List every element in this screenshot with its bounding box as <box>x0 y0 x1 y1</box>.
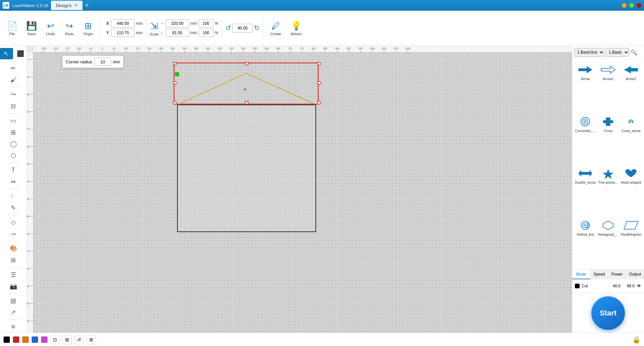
save-button[interactable]: 💾 Save <box>23 19 40 38</box>
color-purple[interactable] <box>41 336 48 343</box>
color-orange[interactable] <box>22 336 29 343</box>
title-bar: LM LaserMaker 2.0.16 Design1 ✕ + <box>0 0 644 11</box>
width-pct-input[interactable] <box>199 19 214 27</box>
tab-output[interactable]: Output <box>626 270 644 279</box>
minimize-button[interactable] <box>622 3 627 8</box>
design-canvas[interactable]: ✕ <box>34 53 572 346</box>
search-icon[interactable]: 🔍 <box>631 49 637 56</box>
shape-heart[interactable]: Heart-shaped <box>620 165 642 216</box>
edit-tool[interactable]: ✎ <box>7 202 20 213</box>
dropper-tool[interactable]: ⊸ <box>7 228 20 239</box>
green-handle[interactable] <box>175 72 179 76</box>
shape-arrow[interactable]: Arrow <box>574 61 596 112</box>
file-button[interactable]: 📄 File <box>3 19 21 38</box>
shape-arrow1[interactable]: Arrow1 <box>597 61 619 112</box>
redo-button[interactable]: ↪ Redo <box>61 19 78 38</box>
svg-text:822: 822 <box>312 47 316 50</box>
advice-button[interactable]: 💡 Advice <box>287 19 305 38</box>
layers-panel[interactable]: ▤ <box>7 295 20 306</box>
grid-tool[interactable]: ⊞ <box>7 127 20 138</box>
align-tool[interactable]: ⊟ <box>7 101 20 112</box>
shape-helical-label: Helical_line <box>577 233 594 236</box>
shape-cross-arrow[interactable]: ⇔ ⇕ Cross_arrow <box>620 113 642 164</box>
curve-tool[interactable]: 〜 <box>7 89 20 100</box>
add-tab-button[interactable]: + <box>83 2 91 9</box>
camera-tool[interactable]: 📷 <box>7 281 20 292</box>
shape-lib-dropdown-2[interactable]: 1.Basic <box>606 48 629 57</box>
stack-tool[interactable]: ☰ <box>7 269 20 280</box>
corner-radius-input[interactable] <box>94 58 111 66</box>
color-blue[interactable] <box>32 336 38 343</box>
x-input[interactable] <box>111 19 135 27</box>
lt-sep-4 <box>7 163 19 163</box>
scale-button[interactable]: ⇲ Scale <box>150 20 159 36</box>
color-tool[interactable]: 🎨 <box>7 243 20 254</box>
svg-text:130: 130 <box>124 47 128 50</box>
height-input[interactable] <box>166 29 189 37</box>
tab-speed[interactable]: Speed <box>590 270 608 279</box>
fill-tool[interactable]: ◇ <box>7 217 20 228</box>
brush-tool[interactable]: 🖌 <box>7 74 20 85</box>
lock-bottom-icon[interactable]: 🔒 <box>632 336 641 344</box>
transform-button[interactable]: ⊞ <box>62 335 72 344</box>
shape-cross[interactable]: Cross <box>597 113 619 164</box>
cross-arrow-preview: ⇔ ⇕ <box>623 115 639 128</box>
rotate-cw-icon[interactable]: ↻ <box>254 24 260 33</box>
mirror-tool[interactable]: ⇔ <box>7 176 20 187</box>
tab-power[interactable]: Power <box>608 270 626 279</box>
handle-bl[interactable] <box>173 101 176 104</box>
rotation-input[interactable] <box>232 24 253 33</box>
shape-hexagonal[interactable]: Hexagonal_... <box>597 217 619 268</box>
grid-button[interactable]: ⊞ <box>87 335 96 344</box>
shape-double-arrow[interactable]: Double_arrow <box>574 165 596 216</box>
snap-tool[interactable]: ↗ <box>7 307 20 318</box>
select-tool[interactable]: ↖ <box>0 48 13 59</box>
ellipse-tool[interactable]: ◯ <box>7 138 20 150</box>
height-pct-input[interactable] <box>199 29 214 37</box>
group-select-button[interactable]: ⊡ <box>50 335 60 344</box>
start-button[interactable]: Start <box>591 296 625 330</box>
color-black[interactable] <box>3 336 10 343</box>
layer-row: Cut 40.0 99.0 👁 <box>575 282 641 290</box>
handle-tc[interactable] <box>246 62 248 65</box>
canvas-content[interactable]: Corner radius mm <box>34 53 572 346</box>
handle-tr[interactable] <box>318 62 320 65</box>
tab-design1[interactable]: Design1 ✕ <box>51 1 83 10</box>
shape-parallelogram[interactable]: Parallelogram <box>620 217 642 268</box>
polygon-tool[interactable]: ⬡ <box>7 150 20 161</box>
bezier-tool[interactable]: 〉 <box>7 191 20 202</box>
text-tool[interactable]: T <box>7 165 20 176</box>
selection-rect[interactable] <box>174 63 318 104</box>
shape-five-pointed[interactable]: Five-pointe... <box>597 165 619 216</box>
handle-mr[interactable] <box>318 81 320 84</box>
refresh-button[interactable]: ↺ <box>74 335 84 344</box>
tab-mode[interactable]: Mode <box>572 270 590 279</box>
layer-visibility-icon[interactable]: 👁 <box>637 283 641 289</box>
undo-button[interactable]: ↩ Undo <box>42 19 59 38</box>
shape-helical[interactable]: Helical_line <box>574 217 596 268</box>
y-input[interactable] <box>111 29 135 37</box>
shape-arrow2[interactable]: Arrow2 <box>620 61 642 112</box>
maximize-button[interactable] <box>629 3 634 8</box>
create-button[interactable]: 🖊 Create <box>267 19 284 38</box>
shape-lib-dropdown-1[interactable]: 1.BasicGra <box>574 48 604 57</box>
layer-btn[interactable]: ⊞ <box>7 254 20 266</box>
rectangle-shape[interactable] <box>177 105 316 232</box>
handle-ml[interactable] <box>173 81 176 84</box>
width-input[interactable] <box>166 19 189 27</box>
rect-tool[interactable]: ▭ <box>7 115 20 126</box>
rotate-ccw-icon[interactable]: ↺ <box>225 24 231 33</box>
shape-concentric[interactable]: Concentric_... <box>574 113 596 164</box>
handle-tl[interactable] <box>173 62 176 65</box>
pen-tool[interactable]: ✏ <box>7 63 20 74</box>
node-tool[interactable]: ⬛ <box>14 48 27 59</box>
close-tab-icon[interactable]: ✕ <box>74 3 78 8</box>
svg-text:-130: -130 <box>76 47 81 50</box>
handle-br[interactable] <box>318 101 320 104</box>
handle-bc[interactable] <box>246 101 248 104</box>
color-red[interactable] <box>13 336 19 343</box>
close-button[interactable] <box>637 3 641 8</box>
lt-sep-10 <box>7 320 19 320</box>
origin-button[interactable]: ⊞ Origin <box>80 19 97 38</box>
canvas-area[interactable]: // generated below via JS -259-216-173-1… <box>27 46 572 346</box>
